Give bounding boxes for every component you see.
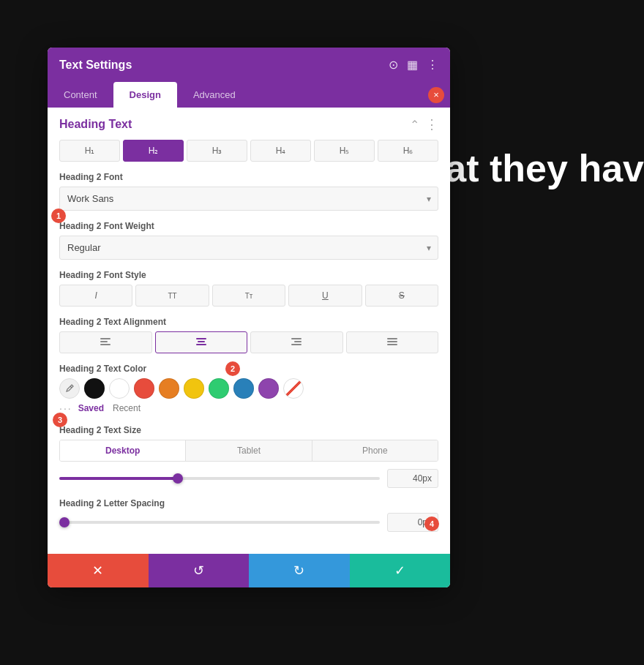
undo-button[interactable]: ↺ xyxy=(149,554,250,587)
header-icons: ⊙ ▦ ⋮ xyxy=(389,58,438,72)
heading-level-5[interactable]: H₅ xyxy=(314,140,375,162)
svg-rect-0 xyxy=(100,338,111,339)
color-tab-recent[interactable]: Recent xyxy=(110,402,143,415)
heading-levels: H₁ H₂ H₃ H₄ H₅ H₆ xyxy=(59,140,438,162)
footer-buttons: ✕ ↺ ↻ ✓ xyxy=(48,554,450,587)
tab-content[interactable]: Content xyxy=(48,82,113,108)
align-right-button[interactable] xyxy=(250,331,343,353)
size-slider-row: 40px xyxy=(59,469,438,488)
color-group: Heading 2 Text Color ··· xyxy=(59,364,438,415)
size-label: Heading 2 Text Size xyxy=(59,425,438,435)
badge-3: 3 xyxy=(53,413,67,427)
align-center-button[interactable] xyxy=(155,331,248,353)
section-title: Heading Text xyxy=(59,118,132,131)
align-justify-button[interactable] xyxy=(346,331,439,353)
color-tabs: ··· Saved Recent xyxy=(59,402,438,415)
color-white[interactable] xyxy=(109,378,130,399)
alignment-group: Heading 2 Text Alignment xyxy=(59,317,438,353)
eyedropper-button[interactable] xyxy=(59,378,80,399)
cancel-button[interactable]: ✕ xyxy=(48,554,149,587)
heading-level-4[interactable]: H₄ xyxy=(250,140,311,162)
heading-level-6[interactable]: H₆ xyxy=(378,140,438,162)
font-group: Heading 2 Font Work Sans ▾ xyxy=(59,172,438,211)
spacing-slider-track[interactable] xyxy=(59,521,380,524)
section-header: Heading Text ⌃ ⋮ xyxy=(59,116,438,132)
spacing-label: Heading 2 Letter Spacing xyxy=(59,498,438,508)
size-slider-track[interactable] xyxy=(59,477,380,480)
align-buttons xyxy=(59,331,438,353)
color-orange[interactable] xyxy=(159,378,179,399)
svg-rect-6 xyxy=(291,338,302,339)
color-yellow[interactable] xyxy=(184,378,204,399)
style-buttons: I TT Tт U S xyxy=(59,285,438,307)
style-group: Heading 2 Font Style I TT Tт U S xyxy=(59,270,438,307)
alignment-label: Heading 2 Text Alignment xyxy=(59,317,438,327)
device-tab-desktop[interactable]: Desktop xyxy=(60,440,186,461)
svg-rect-8 xyxy=(291,344,302,345)
weight-group: Heading 2 Font Weight Regular ▾ xyxy=(59,221,438,260)
color-black[interactable] xyxy=(84,378,105,399)
color-transparent[interactable] xyxy=(283,378,304,399)
redo-button[interactable]: ↻ xyxy=(249,554,350,587)
panel-body: Heading Text ⌃ ⋮ H₁ H₂ H₃ H₄ H₅ H₆ Headi… xyxy=(48,108,450,554)
layout-icon[interactable]: ▦ xyxy=(407,58,418,72)
heading-level-3[interactable]: H₃ xyxy=(187,140,247,162)
size-device-tabs: Desktop Tablet Phone xyxy=(59,440,438,462)
svg-rect-1 xyxy=(100,341,108,342)
color-red[interactable] xyxy=(134,378,154,399)
device-tab-tablet[interactable]: Tablet xyxy=(186,440,312,461)
align-left-button[interactable] xyxy=(59,331,152,353)
color-tab-saved[interactable]: Saved xyxy=(75,402,107,415)
close-panel-button[interactable]: × xyxy=(428,87,444,103)
svg-rect-4 xyxy=(198,341,205,342)
close-icon: × xyxy=(433,90,439,99)
badge-2: 2 xyxy=(225,361,240,376)
color-swatches xyxy=(59,378,438,399)
spacing-slider-row: 0px xyxy=(59,513,438,532)
font-select[interactable]: Work Sans xyxy=(59,187,438,211)
tab-design[interactable]: Design xyxy=(113,82,177,108)
strikethrough-button[interactable]: S xyxy=(365,285,438,307)
italic-button[interactable]: I xyxy=(59,285,132,307)
badge-1: 1 xyxy=(51,208,66,223)
size-input[interactable]: 40px xyxy=(387,469,438,488)
chevron-up-icon[interactable]: ⌃ xyxy=(410,118,419,132)
svg-rect-5 xyxy=(196,344,206,345)
confirm-button[interactable]: ✓ xyxy=(350,554,451,587)
tabs-bar: Content Design Advanced × xyxy=(48,82,450,108)
svg-rect-3 xyxy=(196,338,206,339)
section-controls: ⌃ ⋮ xyxy=(410,116,438,132)
heading-level-1[interactable]: H₁ xyxy=(59,140,120,162)
tab-advanced[interactable]: Advanced xyxy=(177,82,252,108)
svg-rect-9 xyxy=(387,338,397,339)
size-slider-fill xyxy=(59,477,178,480)
badge-4: 4 xyxy=(424,516,439,531)
spacing-group: Heading 2 Letter Spacing 0px xyxy=(59,498,438,532)
size-group: Heading 2 Text Size Desktop Tablet Phone… xyxy=(59,425,438,488)
weight-label: Heading 2 Font Weight xyxy=(59,221,438,231)
size-slider-thumb[interactable] xyxy=(173,473,183,484)
color-purple[interactable] xyxy=(258,378,279,399)
svg-rect-11 xyxy=(387,344,397,345)
device-tab-phone[interactable]: Phone xyxy=(312,440,438,461)
settings-panel: Text Settings ⊙ ▦ ⋮ Content Design Advan… xyxy=(48,48,450,587)
weight-select-wrapper: Regular ▾ xyxy=(59,236,438,260)
panel-title: Text Settings xyxy=(59,59,132,72)
section-more-icon[interactable]: ⋮ xyxy=(425,116,438,132)
more-icon[interactable]: ⋮ xyxy=(427,58,438,72)
svg-rect-10 xyxy=(387,341,397,342)
panel-header: Text Settings ⊙ ▦ ⋮ xyxy=(48,48,450,82)
font-label: Heading 2 Font xyxy=(59,172,438,182)
target-icon[interactable]: ⊙ xyxy=(389,58,398,72)
color-blue[interactable] xyxy=(233,378,254,399)
font-select-wrapper: Work Sans ▾ xyxy=(59,187,438,211)
svg-rect-2 xyxy=(100,344,111,345)
heading-level-2[interactable]: H₂ xyxy=(123,140,184,162)
underline-button[interactable]: U xyxy=(288,285,362,307)
capitalize-button[interactable]: Tт xyxy=(212,285,285,307)
weight-select[interactable]: Regular xyxy=(59,236,438,260)
color-green[interactable] xyxy=(209,378,229,399)
uppercase-button[interactable]: TT xyxy=(135,285,209,307)
spacing-slider-thumb[interactable] xyxy=(59,517,70,527)
svg-rect-7 xyxy=(294,341,302,342)
